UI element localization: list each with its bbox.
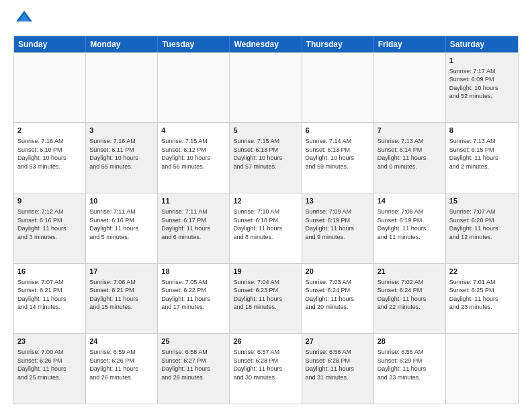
day-info: Sunrise: 7:07 AM Sunset: 6:20 PM Dayligh…: [449, 208, 515, 241]
calendar-cell: 17Sunrise: 7:06 AM Sunset: 6:21 PM Dayli…: [86, 264, 158, 334]
day-info: Sunrise: 7:16 AM Sunset: 6:10 PM Dayligh…: [17, 137, 82, 171]
calendar-cell: 23Sunrise: 7:00 AM Sunset: 6:26 PM Dayli…: [14, 334, 86, 404]
day-info: Sunrise: 6:57 AM Sunset: 6:28 PM Dayligh…: [233, 348, 298, 381]
calendar-cell: [446, 334, 518, 404]
day-info: Sunrise: 7:13 AM Sunset: 6:15 PM Dayligh…: [449, 137, 515, 171]
day-number: 3: [89, 126, 154, 136]
day-number: 12: [233, 196, 298, 206]
day-number: 16: [17, 267, 82, 277]
calendar-cell: 8Sunrise: 7:13 AM Sunset: 6:15 PM Daylig…: [446, 123, 518, 193]
day-info: Sunrise: 7:10 AM Sunset: 6:18 PM Dayligh…: [233, 208, 298, 241]
calendar-cell: [302, 53, 374, 123]
weekday-header: Sunday: [14, 36, 86, 52]
calendar-cell: 7Sunrise: 7:13 AM Sunset: 6:14 PM Daylig…: [374, 123, 446, 193]
calendar-cell: 6Sunrise: 7:14 AM Sunset: 6:13 PM Daylig…: [302, 123, 374, 193]
calendar-cell: 15Sunrise: 7:07 AM Sunset: 6:20 PM Dayli…: [446, 193, 518, 263]
calendar: SundayMondayTuesdayWednesdayThursdayFrid…: [13, 36, 519, 404]
page: SundayMondayTuesdayWednesdayThursdayFrid…: [0, 0, 532, 411]
calendar-row: 9Sunrise: 7:12 AM Sunset: 6:16 PM Daylig…: [14, 193, 518, 263]
calendar-cell: 14Sunrise: 7:08 AM Sunset: 6:19 PM Dayli…: [374, 193, 446, 263]
calendar-cell: [14, 53, 86, 123]
day-info: Sunrise: 7:12 AM Sunset: 6:16 PM Dayligh…: [17, 208, 82, 241]
calendar-cell: 10Sunrise: 7:11 AM Sunset: 6:16 PM Dayli…: [86, 193, 158, 263]
day-number: 19: [233, 267, 298, 277]
calendar-cell: 9Sunrise: 7:12 AM Sunset: 6:16 PM Daylig…: [14, 193, 86, 263]
day-info: Sunrise: 7:14 AM Sunset: 6:13 PM Dayligh…: [306, 137, 370, 171]
day-info: Sunrise: 6:58 AM Sunset: 6:27 PM Dayligh…: [161, 348, 226, 381]
day-number: 6: [306, 126, 370, 136]
day-number: 9: [17, 196, 82, 206]
calendar-row: 23Sunrise: 7:00 AM Sunset: 6:26 PM Dayli…: [14, 333, 518, 404]
weekday-header: Monday: [86, 36, 158, 52]
calendar-header: SundayMondayTuesdayWednesdayThursdayFrid…: [14, 36, 518, 52]
day-number: 15: [449, 196, 515, 206]
calendar-cell: 21Sunrise: 7:02 AM Sunset: 6:24 PM Dayli…: [374, 264, 446, 334]
day-number: 22: [449, 267, 515, 277]
calendar-cell: 22Sunrise: 7:01 AM Sunset: 6:25 PM Dayli…: [446, 264, 518, 334]
day-info: Sunrise: 7:06 AM Sunset: 6:21 PM Dayligh…: [89, 278, 154, 312]
day-number: 10: [89, 196, 154, 206]
header: [13, 11, 519, 30]
calendar-body: 1Sunrise: 7:17 AM Sunset: 6:09 PM Daylig…: [14, 52, 518, 404]
calendar-cell: 28Sunrise: 6:55 AM Sunset: 6:29 PM Dayli…: [374, 334, 446, 404]
day-info: Sunrise: 7:04 AM Sunset: 6:23 PM Dayligh…: [233, 278, 298, 312]
calendar-cell: 24Sunrise: 6:59 AM Sunset: 6:26 PM Dayli…: [86, 334, 158, 404]
logo-text: [13, 11, 34, 30]
day-number: 24: [89, 336, 154, 347]
calendar-cell: 11Sunrise: 7:11 AM Sunset: 6:17 PM Dayli…: [158, 193, 230, 263]
day-number: 21: [378, 267, 442, 277]
calendar-cell: 5Sunrise: 7:15 AM Sunset: 6:13 PM Daylig…: [230, 123, 302, 193]
day-number: 11: [161, 196, 226, 206]
calendar-cell: 12Sunrise: 7:10 AM Sunset: 6:18 PM Dayli…: [230, 193, 302, 263]
day-info: Sunrise: 7:13 AM Sunset: 6:14 PM Dayligh…: [378, 137, 442, 171]
calendar-cell: 26Sunrise: 6:57 AM Sunset: 6:28 PM Dayli…: [230, 334, 302, 404]
day-info: Sunrise: 7:01 AM Sunset: 6:25 PM Dayligh…: [449, 278, 515, 312]
logo-icon: [15, 8, 34, 27]
day-number: 4: [161, 126, 226, 136]
day-info: Sunrise: 7:15 AM Sunset: 6:13 PM Dayligh…: [233, 137, 298, 171]
calendar-cell: [374, 53, 446, 123]
calendar-cell: 25Sunrise: 6:58 AM Sunset: 6:27 PM Dayli…: [158, 334, 230, 404]
day-info: Sunrise: 6:59 AM Sunset: 6:26 PM Dayligh…: [89, 348, 154, 381]
calendar-cell: 18Sunrise: 7:05 AM Sunset: 6:22 PM Dayli…: [158, 264, 230, 334]
day-info: Sunrise: 7:17 AM Sunset: 6:09 PM Dayligh…: [449, 67, 515, 101]
weekday-header: Saturday: [446, 36, 518, 52]
calendar-cell: 2Sunrise: 7:16 AM Sunset: 6:10 PM Daylig…: [14, 123, 86, 193]
day-number: 1: [449, 56, 515, 66]
day-info: Sunrise: 7:02 AM Sunset: 6:24 PM Dayligh…: [378, 278, 442, 312]
day-number: 25: [161, 336, 226, 347]
day-number: 26: [233, 336, 298, 347]
day-info: Sunrise: 6:56 AM Sunset: 6:28 PM Dayligh…: [306, 348, 370, 381]
day-number: 7: [378, 126, 442, 136]
weekday-header: Tuesday: [158, 36, 230, 52]
weekday-header: Friday: [374, 36, 446, 52]
calendar-row: 16Sunrise: 7:07 AM Sunset: 6:21 PM Dayli…: [14, 263, 518, 334]
day-number: 18: [161, 267, 226, 277]
day-info: Sunrise: 7:09 AM Sunset: 6:19 PM Dayligh…: [306, 208, 370, 241]
calendar-cell: [158, 53, 230, 123]
day-number: 8: [449, 126, 515, 136]
day-number: 23: [17, 336, 82, 347]
day-info: Sunrise: 7:15 AM Sunset: 6:12 PM Dayligh…: [161, 137, 226, 171]
calendar-row: 1Sunrise: 7:17 AM Sunset: 6:09 PM Daylig…: [14, 52, 518, 123]
logo: [13, 11, 34, 30]
calendar-cell: 13Sunrise: 7:09 AM Sunset: 6:19 PM Dayli…: [302, 193, 374, 263]
calendar-cell: 20Sunrise: 7:03 AM Sunset: 6:24 PM Dayli…: [302, 264, 374, 334]
calendar-cell: 4Sunrise: 7:15 AM Sunset: 6:12 PM Daylig…: [158, 123, 230, 193]
day-number: 14: [378, 196, 442, 206]
day-number: 28: [378, 336, 442, 347]
day-number: 5: [233, 126, 298, 136]
day-number: 27: [306, 336, 370, 347]
weekday-header: Thursday: [302, 36, 374, 52]
day-number: 2: [17, 126, 82, 136]
calendar-cell: 1Sunrise: 7:17 AM Sunset: 6:09 PM Daylig…: [446, 53, 518, 123]
weekday-header: Wednesday: [230, 36, 302, 52]
calendar-row: 2Sunrise: 7:16 AM Sunset: 6:10 PM Daylig…: [14, 122, 518, 193]
day-info: Sunrise: 6:55 AM Sunset: 6:29 PM Dayligh…: [378, 348, 442, 381]
day-info: Sunrise: 7:16 AM Sunset: 6:11 PM Dayligh…: [89, 137, 154, 171]
day-info: Sunrise: 7:08 AM Sunset: 6:19 PM Dayligh…: [378, 208, 442, 241]
day-info: Sunrise: 7:07 AM Sunset: 6:21 PM Dayligh…: [17, 278, 82, 312]
day-number: 13: [306, 196, 370, 206]
day-info: Sunrise: 7:11 AM Sunset: 6:17 PM Dayligh…: [161, 208, 226, 241]
calendar-cell: 27Sunrise: 6:56 AM Sunset: 6:28 PM Dayli…: [302, 334, 374, 404]
